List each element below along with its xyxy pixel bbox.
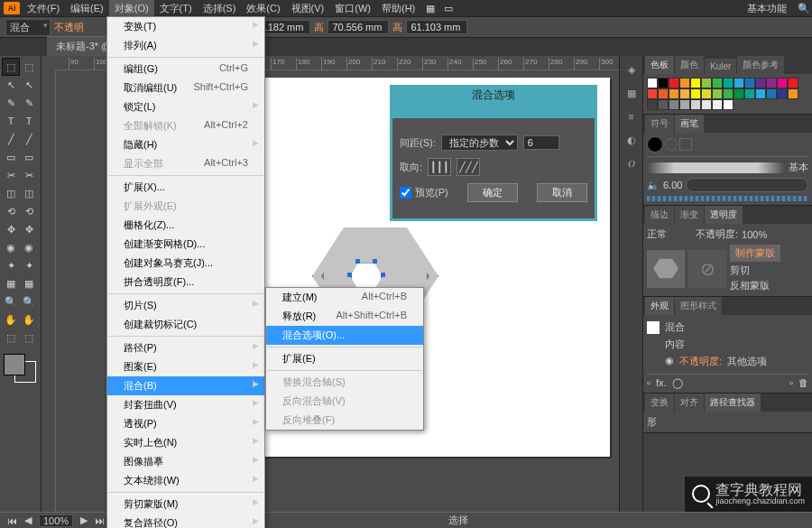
tool-9-1[interactable]: ✥	[20, 220, 38, 238]
mask-thumb[interactable]: ⊘	[688, 250, 726, 288]
panel-tab[interactable]: 路径查找器	[705, 394, 761, 412]
swatches-grid[interactable]	[647, 78, 808, 110]
tool-11-1[interactable]: ✦	[20, 256, 38, 274]
menu-item[interactable]: 图像描摹▶	[107, 452, 264, 471]
menu-item[interactable]: 透视(P)▶	[107, 414, 264, 433]
swatch[interactable]	[690, 88, 701, 99]
swatch[interactable]	[669, 78, 679, 88]
panel-tab[interactable]: 对齐	[675, 394, 704, 412]
tool-13-0[interactable]: 🔍	[2, 292, 20, 310]
menu-item[interactable]: 创建对象马赛克(J)...	[107, 254, 264, 273]
panel-tab[interactable]: 描边	[645, 206, 674, 224]
swatch[interactable]	[723, 78, 734, 88]
menu-item[interactable]: 排列(A)▶	[107, 36, 264, 55]
tool-4-1[interactable]: ╱	[20, 130, 38, 148]
appearance-opacity-row[interactable]: ◉ 不透明度: 其他选项	[647, 353, 808, 370]
menu-item[interactable]: 编组(G)Ctrl+G	[107, 60, 264, 79]
menu-文字t[interactable]: 文字(T)	[154, 0, 198, 17]
arrange-icon[interactable]: ▭	[442, 2, 455, 14]
tool-12-0[interactable]: ▦	[2, 274, 20, 292]
tool-3-0[interactable]: T	[2, 112, 20, 130]
menu-item[interactable]: 变换(T)▶	[107, 17, 264, 36]
menu-item[interactable]: 扩展(X)...	[107, 178, 264, 197]
tool-6-1[interactable]: ✂	[20, 166, 38, 184]
appearance-new-icon[interactable]: ▫	[647, 377, 651, 389]
tool-1-1[interactable]: ↖	[20, 76, 38, 94]
panel-tab[interactable]: Kuler	[705, 59, 736, 74]
tool-0-0[interactable]: ⬚	[2, 58, 20, 76]
swatch[interactable]	[712, 88, 723, 99]
orient-align-page-button[interactable]: ┃┃┃	[428, 158, 451, 176]
swatch[interactable]	[647, 88, 658, 99]
swatch[interactable]	[658, 99, 669, 110]
menu-item[interactable]: 文本绕排(W)▶	[107, 471, 264, 490]
cancel-button[interactable]: 取消	[537, 183, 587, 202]
fill-stroke-swatch[interactable]	[2, 352, 38, 384]
brush-size-value[interactable]: 6.00	[663, 180, 682, 190]
brush-square-icon[interactable]	[679, 138, 692, 151]
tool-15-0[interactable]: ⬚	[2, 329, 20, 347]
swatch[interactable]	[647, 78, 658, 88]
panel-tab[interactable]: 图形样式	[675, 297, 722, 315]
blend-mode-select[interactable]: 混合	[5, 19, 51, 36]
swatch[interactable]	[734, 78, 744, 88]
appearance-row-contents[interactable]: 内容	[647, 336, 808, 353]
swatch[interactable]	[788, 88, 798, 99]
swatch[interactable]	[679, 78, 690, 88]
swatch[interactable]	[734, 88, 744, 99]
brush-circle-icon[interactable]	[665, 138, 678, 151]
panel-tab[interactable]: 渐变	[675, 206, 704, 224]
swatch[interactable]	[766, 78, 777, 88]
tool-5-0[interactable]: ▭	[2, 148, 20, 166]
menu-item[interactable]: 扩展(E)	[266, 349, 423, 368]
tool-12-1[interactable]: ▦	[20, 274, 38, 292]
menu-帮助h[interactable]: 帮助(H)	[376, 0, 420, 17]
ok-button[interactable]: 确定	[467, 183, 518, 202]
appearance-fx-icon[interactable]: fx.	[656, 377, 667, 389]
libraries-dock-icon[interactable]: ≡	[622, 107, 641, 126]
tool-0-1[interactable]: ⬚	[20, 58, 38, 76]
swatch[interactable]	[647, 99, 658, 110]
swatch[interactable]	[690, 99, 701, 110]
panel-tab[interactable]: 色板	[645, 56, 674, 74]
swatch[interactable]	[690, 78, 701, 88]
swatch[interactable]	[777, 88, 788, 99]
tool-8-0[interactable]: ⟲	[2, 202, 20, 220]
tool-5-1[interactable]: ▭	[20, 148, 38, 166]
menu-item[interactable]: 释放(R)Alt+Shift+Ctrl+B	[266, 307, 423, 326]
invert-mask-checkbox[interactable]: 反相蒙版	[730, 279, 780, 292]
swatch[interactable]	[658, 88, 669, 99]
swatch[interactable]	[669, 99, 679, 110]
menu-item[interactable]: 隐藏(H)▶	[107, 135, 264, 154]
tool-6-0[interactable]: ✂	[2, 166, 20, 184]
tool-10-0[interactable]: ◉	[2, 238, 20, 256]
panel-tab[interactable]: 透明度	[705, 206, 743, 224]
panel-tab[interactable]: 画笔	[675, 115, 704, 133]
tool-10-1[interactable]: ◉	[20, 238, 38, 256]
menu-编辑e[interactable]: 编辑(E)	[65, 0, 109, 17]
menu-视图v[interactable]: 视图(V)	[286, 0, 330, 17]
swatch[interactable]	[755, 78, 766, 88]
tool-14-1[interactable]: ✋	[20, 310, 38, 329]
brush-dot-icon[interactable]	[647, 136, 663, 153]
menu-item[interactable]: 切片(S)▶	[107, 296, 264, 315]
menu-选择s[interactable]: 选择(S)	[198, 0, 242, 17]
type-dock-icon[interactable]: 𝑂	[622, 153, 641, 173]
tool-2-1[interactable]: ✎	[20, 94, 38, 112]
swatch[interactable]	[723, 88, 734, 99]
menu-item[interactable]: 取消编组(U)Shift+Ctrl+G	[107, 79, 264, 97]
zoom-field[interactable]: 100%	[39, 514, 73, 527]
menu-item[interactable]: 混合选项(O)...	[266, 326, 423, 345]
menu-文件f[interactable]: 文件(F)	[22, 0, 65, 17]
menu-item[interactable]: 混合(B)▶	[107, 376, 264, 395]
menu-item[interactable]: 路径(P)▶	[107, 338, 264, 357]
panel-tab[interactable]: 颜色	[675, 56, 704, 74]
menu-item[interactable]: 栅格化(Z)...	[107, 216, 264, 235]
layers-dock-icon[interactable]: ◈	[622, 60, 641, 79]
make-mask-button[interactable]: 制作蒙版	[730, 245, 780, 262]
spacing-value-input[interactable]	[523, 135, 559, 150]
appearance-dup-icon[interactable]: ▫	[789, 377, 793, 389]
tool-11-0[interactable]: ✦	[2, 256, 20, 274]
prev-artboard-icon[interactable]: ◀	[24, 514, 32, 526]
swatch[interactable]	[755, 88, 766, 99]
